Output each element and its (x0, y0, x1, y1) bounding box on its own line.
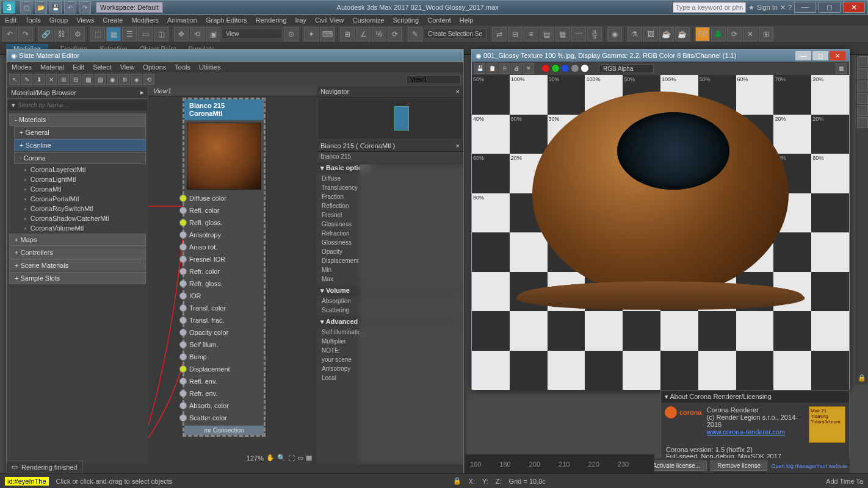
view-tab[interactable]: View1 (148, 86, 317, 96)
pick-material-button[interactable]: ↖ (9, 74, 20, 85)
lay-out-button[interactable]: ⟲ (143, 74, 154, 85)
window-close-button[interactable]: ✕ (843, 2, 865, 13)
options-button[interactable]: ⚙ (119, 74, 130, 85)
redo-icon[interactable]: ↷ (79, 1, 91, 13)
node-slot[interactable]: Transl. frac. (184, 314, 264, 326)
display-tab[interactable] (857, 105, 868, 116)
delete-button[interactable]: ✕ (46, 74, 57, 85)
lock-icon[interactable]: 🔒 (858, 374, 866, 382)
fb-alpha-channel[interactable] (571, 64, 579, 73)
node-header[interactable]: Bianco 215 CoronaMtl (184, 99, 264, 120)
timeline-ruler[interactable]: 160180200210220230 (465, 454, 654, 473)
tree-item[interactable]: CoronaRaySwitchMtl (7, 204, 148, 214)
fb-mono-channel[interactable] (580, 64, 589, 73)
fb-toggle-ui-button[interactable]: ▦ (836, 63, 847, 74)
keyboard-button[interactable]: ⌨ (320, 27, 335, 41)
node-graph[interactable]: Bianco 215 CoronaMtl Diffuse colorRefl. … (148, 96, 317, 464)
fb-caption[interactable]: ◉ 001_Glossy Texture 100 %.jpg, Display … (472, 49, 849, 62)
tree-item[interactable]: CoronaLayeredMtl (7, 165, 148, 174)
fb-channel-combo[interactable]: RGB Alpha (599, 64, 654, 73)
add-time-tag-button[interactable]: Add Time Ta (826, 478, 863, 485)
toggle-ribbon-button[interactable]: ▦ (555, 27, 570, 41)
select-object-button[interactable]: ▦ (106, 27, 121, 41)
tree-item[interactable]: CoronaMtl (7, 184, 148, 194)
rotate-button[interactable]: ⟲ (190, 27, 204, 41)
menu-help[interactable]: Help (460, 16, 474, 24)
node-slot[interactable]: Refl. gloss. (184, 217, 264, 229)
navigator-view[interactable] (318, 99, 462, 139)
tree-item[interactable]: CoronaPortalMtl (7, 194, 148, 204)
snap-button[interactable]: ⊞ (340, 27, 355, 41)
corona-website-link[interactable]: www.corona-renderer.com (707, 428, 804, 436)
edit-named-button[interactable]: ✎ (408, 27, 422, 41)
hierarchy-tab[interactable] (857, 81, 868, 92)
pan-icon[interactable]: ✋ (266, 454, 275, 462)
menu-animation[interactable]: Animation (167, 16, 197, 24)
node-slot[interactable]: Refr. color (184, 265, 264, 278)
menu-iray[interactable]: Iray (295, 16, 306, 24)
close-button[interactable]: ✕ (743, 27, 758, 41)
node-footer[interactable]: mr Connection (184, 425, 264, 435)
node-slot[interactable]: Self illum. (184, 339, 264, 351)
fb-blue-channel[interactable] (561, 64, 570, 73)
menu-edit[interactable]: Edit (5, 16, 16, 24)
render-button[interactable]: ☕ (659, 27, 674, 41)
motion-tab[interactable] (857, 93, 868, 104)
curve-editor-button[interactable]: 〰 (571, 27, 586, 41)
fb-red-channel[interactable] (541, 64, 550, 73)
menu-views[interactable]: Views (76, 16, 94, 24)
fb-green-channel[interactable] (551, 64, 560, 73)
tree-item[interactable]: CoronaVolumeMtl (7, 223, 148, 233)
signin-link[interactable]: Sign In (757, 4, 778, 11)
tree-category[interactable]: + Maps (9, 234, 146, 246)
node-slot[interactable]: Diffuse color (184, 192, 264, 204)
tree-category[interactable]: + Sample Slots (9, 272, 146, 284)
nav-close-icon[interactable]: × (456, 88, 460, 95)
node-slot[interactable]: Aniso rot. (184, 241, 264, 253)
menu-modifiers[interactable]: Modifiers (131, 16, 159, 24)
hide-unused-button[interactable]: ⊟ (70, 74, 81, 85)
move-button[interactable]: ✥ (174, 27, 189, 41)
expand-icon[interactable]: ▾ (12, 101, 15, 109)
schematic-button[interactable]: ╬ (587, 27, 602, 41)
material-editor-button[interactable]: ◉ (607, 27, 622, 41)
scale-button[interactable]: ▣ (206, 27, 220, 41)
manipulate-button[interactable]: ✦ (304, 27, 319, 41)
workspace-combo[interactable]: Workspace: Default (96, 2, 163, 13)
node-slot[interactable]: Displacement (184, 363, 264, 375)
undo-button[interactable]: ↶ (2, 27, 17, 41)
zoom-icon[interactable]: 🔍 (277, 454, 286, 462)
render-frame-button[interactable]: 🖼 (643, 27, 658, 41)
node-slot[interactable]: Absorb. color (184, 400, 264, 412)
tree-category[interactable]: + Controllers (9, 246, 146, 259)
activate-license-button[interactable]: Activate license... (646, 461, 707, 471)
node-slot[interactable]: Fresnel IOR (184, 253, 264, 265)
render-prod-button[interactable]: ☕ (675, 27, 690, 41)
browser-options-icon[interactable]: ▸ (140, 88, 144, 96)
move-children-button[interactable]: ⊞ (58, 74, 69, 85)
unlink-button[interactable]: ⛓ (54, 27, 69, 41)
browser-search-input[interactable] (18, 102, 143, 109)
show-background-button[interactable]: ▤ (95, 74, 106, 85)
link-button[interactable]: 🔗 (38, 27, 53, 41)
fb-clone-button[interactable]: ⎘ (499, 63, 510, 74)
node-slot[interactable]: Transl. color (184, 302, 264, 314)
mirror-button[interactable]: ⇄ (492, 27, 507, 41)
layers-button[interactable]: ≡ (524, 27, 538, 41)
preview-button[interactable]: ◉ (107, 74, 118, 85)
fb-clear-button[interactable]: ✕ (523, 63, 534, 74)
assign-material-button[interactable]: ⬇ (34, 74, 45, 85)
zoom-region-icon[interactable]: ▭ (297, 454, 303, 462)
help-search-input[interactable] (673, 2, 746, 13)
tree-scanline[interactable]: + Scanline (14, 139, 146, 151)
select-button[interactable]: ⬚ (90, 27, 105, 41)
window-minimize-button[interactable]: — (794, 2, 816, 13)
menu-scripting[interactable]: Scripting (392, 16, 419, 24)
select-by-mat-button[interactable]: ◈ (131, 74, 142, 85)
exchange-icon[interactable]: ✕ (780, 4, 786, 12)
view-name-field[interactable] (406, 75, 461, 84)
node-preview[interactable] (187, 123, 261, 190)
slate-menu-view[interactable]: View (120, 63, 135, 71)
slate-menu-utilities[interactable]: Utilities (199, 63, 220, 71)
rect-select-button[interactable]: ▭ (138, 27, 153, 41)
